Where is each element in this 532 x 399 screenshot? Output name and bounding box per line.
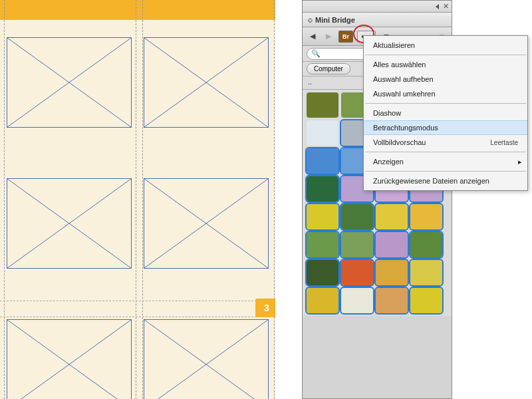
thumbnail[interactable] — [341, 204, 373, 229]
menu-betrachtungsmodus[interactable]: Betrachtungsmodus — [364, 120, 527, 135]
thumbnail[interactable] — [410, 260, 442, 285]
search-input[interactable] — [323, 50, 363, 58]
thumbnail[interactable] — [307, 232, 338, 257]
thumbnail[interactable] — [307, 92, 338, 118]
menu-diashow[interactable]: Diashow — [364, 106, 527, 120]
column-guide — [274, 0, 275, 399]
panel-topbar: ✕ — [303, 1, 452, 13]
header-bar — [0, 0, 275, 20]
thumbnail[interactable] — [410, 232, 442, 257]
submenu-arrow-icon: ▸ — [518, 158, 522, 166]
thumbnail[interactable] — [307, 288, 338, 313]
updown-icon: ◇ — [308, 17, 313, 23]
menu-label: Vollbildvorschau — [373, 138, 426, 146]
svg-line-5 — [7, 179, 131, 268]
menu-zurueckgewiesene[interactable]: Zurückgewiesene Dateien anzeigen — [364, 174, 527, 188]
svg-line-2 — [144, 38, 268, 127]
svg-line-3 — [144, 38, 268, 127]
menu-auswahl-aufheben[interactable]: Auswahl aufheben — [364, 72, 527, 86]
svg-line-9 — [7, 320, 131, 399]
menu-label: Betrachtungsmodus — [373, 124, 438, 132]
context-menu: Aktualisieren Alles auswählen Auswahl au… — [363, 35, 528, 191]
menu-vollbildvorschau[interactable]: VollbildvorschauLeertaste — [364, 135, 527, 150]
menu-separator — [365, 152, 526, 152]
thumbnail[interactable] — [410, 288, 442, 313]
panel-tab[interactable]: ◇ Mini Bridge — [303, 13, 452, 27]
horizontal-guide — [0, 317, 277, 317]
search-icon: 🔍 — [311, 49, 321, 58]
thumbnail[interactable] — [307, 120, 338, 146]
menu-separator — [365, 55, 526, 55]
horizontal-guide — [0, 301, 277, 301]
thumbnail[interactable] — [410, 204, 442, 229]
thumbnail[interactable] — [341, 260, 373, 285]
svg-line-10 — [144, 320, 268, 399]
svg-line-1 — [7, 38, 131, 127]
thumbnail[interactable] — [307, 176, 338, 201]
bridge-button[interactable]: Br — [338, 31, 353, 43]
thumbnail[interactable] — [376, 232, 408, 257]
thumbnail[interactable] — [341, 288, 373, 313]
image-frame[interactable] — [7, 319, 132, 399]
column-guide — [136, 0, 136, 399]
thumbnail[interactable] — [307, 148, 338, 174]
menu-label: Aktualisieren — [373, 41, 415, 49]
svg-line-6 — [144, 179, 268, 268]
menu-label: Auswahl umkehren — [373, 90, 436, 98]
image-frame[interactable] — [144, 37, 269, 128]
menu-separator — [365, 103, 526, 104]
panel-title: Mini Bridge — [315, 16, 355, 24]
menu-anzeigen[interactable]: Anzeigen▸ — [364, 154, 527, 169]
svg-line-4 — [7, 179, 131, 268]
thumbnail[interactable] — [376, 260, 408, 285]
menu-aktualisieren[interactable]: Aktualisieren — [364, 38, 527, 53]
collapse-icon[interactable] — [436, 4, 439, 9]
svg-line-0 — [7, 38, 131, 127]
image-frame[interactable] — [144, 319, 269, 399]
document-canvas[interactable]: 3 — [0, 0, 277, 399]
menu-label: Auswahl aufheben — [373, 75, 434, 83]
thumbnail[interactable] — [376, 288, 408, 313]
menu-separator — [365, 171, 526, 172]
page-number-tab[interactable]: 3 — [255, 299, 278, 317]
svg-line-7 — [144, 179, 268, 268]
forward-button[interactable]: ▶ — [323, 31, 334, 43]
svg-line-8 — [7, 320, 131, 399]
menu-alles-auswaehlen[interactable]: Alles auswählen — [364, 57, 527, 72]
menu-shortcut: Leertaste — [490, 139, 518, 146]
thumbnail[interactable] — [307, 204, 338, 229]
menu-label: Alles auswählen — [373, 61, 426, 68]
image-frame[interactable] — [7, 178, 132, 269]
back-button[interactable]: ◀ — [307, 31, 319, 43]
menu-label: Anzeigen — [373, 158, 404, 166]
image-frame[interactable] — [7, 37, 132, 128]
image-frame[interactable] — [144, 178, 269, 269]
thumbnail[interactable] — [376, 204, 408, 229]
ruler-edge — [275, 0, 302, 399]
menu-label: Zurückgewiesene Dateien anzeigen — [373, 177, 489, 185]
menu-label: Diashow — [373, 109, 401, 117]
column-guide — [142, 0, 143, 399]
thumbnail[interactable] — [341, 232, 373, 257]
thumbnail[interactable] — [307, 260, 338, 285]
close-icon[interactable]: ✕ — [443, 2, 449, 11]
computer-button[interactable]: Computer — [307, 63, 350, 74]
column-guide — [4, 0, 5, 399]
menu-auswahl-umkehren[interactable]: Auswahl umkehren — [364, 86, 527, 101]
svg-line-11 — [144, 320, 268, 399]
